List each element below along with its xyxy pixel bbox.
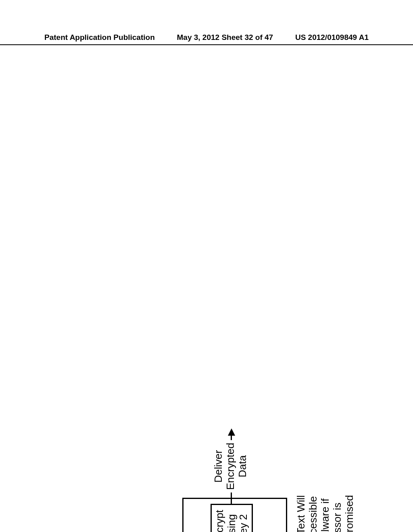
text-line: Data — [236, 455, 248, 478]
text-line: Plain Text Will — [295, 495, 307, 532]
text-line: Key 2 — [238, 505, 250, 532]
diagram-stage: Data Store — [106, 439, 413, 532]
arrowhead-icon — [228, 428, 235, 436]
text-line: by Malware if — [319, 499, 331, 532]
flow-line — [231, 493, 232, 504]
warning-label: Plain Text Will be Accessible by Malware… — [295, 476, 355, 532]
encrypt-box: Encrypt Using Key 2 — [211, 504, 253, 532]
text-line: Deliver — [212, 450, 224, 483]
page-header: Patent Application Publication May 3, 20… — [0, 33, 413, 45]
text-line: Processor is — [331, 503, 343, 532]
header-left: Patent Application Publication — [44, 33, 155, 42]
text-line: Using — [226, 505, 238, 532]
text-line: Encrypt — [214, 505, 226, 532]
deliver-label: Deliver Encrypted Data — [213, 440, 249, 493]
text-line: Encrypted — [224, 443, 236, 490]
header-right: US 2012/0109849 A1 — [295, 33, 369, 42]
text-line: Compromised — [343, 495, 355, 532]
text-line: be Accessible — [307, 496, 319, 532]
header-center: May 3, 2012 Sheet 32 of 47 — [177, 33, 273, 42]
